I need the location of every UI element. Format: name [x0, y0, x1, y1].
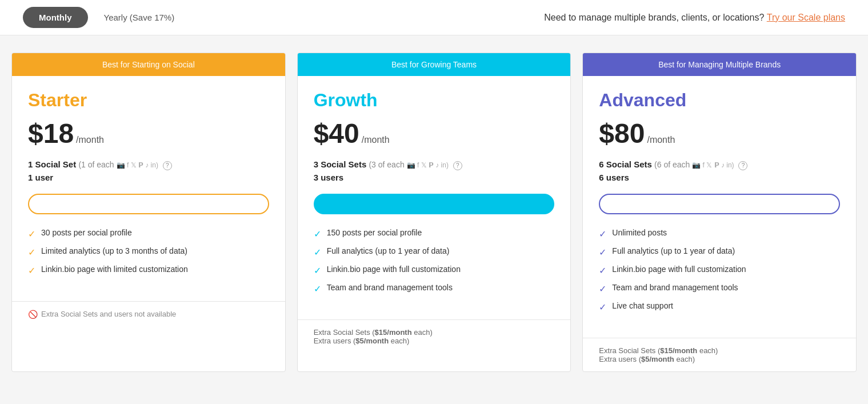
feature-text: Linkin.bio page with limited customizati…	[41, 265, 188, 274]
no-extra-notice: 🚫 Extra Social Sets and users not availa…	[28, 310, 269, 319]
feature-item: ✓ Team and brand management tools	[599, 283, 840, 294]
feature-item: ✓ Full analytics (up to 1 year of data)	[599, 246, 840, 258]
header: Monthly Yearly (Save 17%) Need to manage…	[0, 0, 868, 35]
feature-text: Team and brand management tools	[327, 283, 453, 292]
features-list: ✓ Unlimited posts ✓ Full analytics (up t…	[599, 228, 840, 313]
feature-text: 30 posts per social profile	[41, 228, 132, 237]
feature-text: Limited analytics (up to 3 months of dat…	[41, 246, 187, 255]
check-icon: ✓	[28, 247, 35, 258]
plan-cta-button[interactable]	[314, 194, 555, 214]
block-icon: 🚫	[28, 310, 38, 319]
check-icon: ✓	[314, 265, 321, 276]
feature-text: Full analytics (up to 1 year of data)	[612, 246, 735, 255]
price-amount: $80	[599, 118, 645, 149]
feature-text: Linkin.bio page with full customization	[327, 265, 461, 274]
check-icon: ✓	[314, 247, 321, 258]
plan-price: $40 /month	[314, 118, 555, 149]
feature-item: ✓ 150 posts per social profile	[314, 228, 555, 239]
sets-label: 1 Social Set	[28, 159, 76, 169]
price-period: /month	[647, 135, 675, 145]
feature-item: ✓ Linkin.bio page with full customizatio…	[599, 265, 840, 276]
feature-text: Live chat support	[612, 301, 673, 310]
price-period: /month	[76, 135, 104, 145]
plan-banner: Best for Growing Teams	[298, 53, 571, 76]
social-icons: 📷 f 𝕏 𝗣 ♪ in)	[117, 161, 158, 169]
social-icons: 📷 f 𝕏 𝗣 ♪ in)	[407, 161, 449, 169]
footer-line: Extra Social Sets ($15/month each)	[314, 328, 555, 337]
plan-price: $18 /month	[28, 118, 269, 149]
plan-sets: 3 Social Sets (3 of each 📷 f 𝕏 𝗣 ♪ in) ?	[314, 159, 555, 170]
plan-banner: Best for Starting on Social	[12, 53, 285, 76]
social-icons: 📷 f 𝕏 𝗣 ♪ in)	[692, 161, 734, 169]
plan-banner: Best for Managing Multiple Brands	[583, 53, 856, 76]
feature-item: ✓ Full analytics (up to 1 year of data)	[314, 246, 555, 258]
feature-text: Full analytics (up to 1 year of data)	[327, 246, 450, 255]
plan-card-advanced: Best for Managing Multiple Brands Advanc…	[582, 53, 857, 372]
help-icon[interactable]: ?	[738, 161, 747, 170]
plans-container: Best for Starting on Social Starter $18 …	[0, 35, 868, 389]
feature-item: ✓ Live chat support	[599, 301, 840, 313]
feature-text: Unlimited posts	[612, 228, 667, 237]
feature-item: ✓ Linkin.bio page with full customizatio…	[314, 265, 555, 276]
header-cta: Need to manage multiple brands, clients,…	[544, 13, 845, 23]
plan-users: 3 users	[314, 173, 555, 182]
help-icon[interactable]: ?	[453, 161, 462, 170]
plan-cta-button[interactable]	[599, 194, 840, 214]
billing-toggle: Monthly Yearly (Save 17%)	[23, 7, 186, 28]
sets-detail: (1 of each 📷 f 𝕏 𝗣 ♪ in) ?	[78, 160, 171, 169]
plan-users: 1 user	[28, 173, 269, 182]
check-icon: ✓	[599, 302, 606, 313]
feature-text: Team and brand management tools	[612, 283, 738, 292]
features-list: ✓ 150 posts per social profile ✓ Full an…	[314, 228, 555, 294]
scale-plans-link[interactable]: Try our Scale plans	[767, 13, 845, 22]
feature-item: ✓ Linkin.bio page with limited customiza…	[28, 265, 269, 276]
plan-footer: 🚫 Extra Social Sets and users not availa…	[12, 301, 285, 327]
feature-item: ✓ Unlimited posts	[599, 228, 840, 239]
plan-card-starter: Best for Starting on Social Starter $18 …	[11, 53, 286, 372]
sets-label: 3 Social Sets	[314, 159, 367, 169]
feature-text: Linkin.bio page with full customization	[612, 265, 746, 274]
sets-detail: (6 of each 📷 f 𝕏 𝗣 ♪ in) ?	[654, 160, 747, 169]
check-icon: ✓	[28, 229, 35, 239]
help-icon[interactable]: ?	[163, 161, 172, 170]
plan-name: Advanced	[599, 90, 840, 111]
plan-footer: Extra Social Sets ($15/month each)Extra …	[583, 338, 856, 371]
plan-body: Starter $18 /month 1 Social Set (1 of ea…	[12, 76, 285, 301]
plan-price: $80 /month	[599, 118, 840, 149]
monthly-toggle[interactable]: Monthly	[23, 7, 88, 28]
features-list: ✓ 30 posts per social profile ✓ Limited …	[28, 228, 269, 276]
check-icon: ✓	[599, 265, 606, 276]
footer-line: Extra Social Sets ($15/month each)	[599, 346, 840, 355]
price-amount: $40	[314, 118, 359, 149]
plan-footer: Extra Social Sets ($15/month each)Extra …	[298, 319, 571, 353]
plan-body: Advanced $80 /month 6 Social Sets (6 of …	[583, 76, 856, 338]
feature-item: ✓ Team and brand management tools	[314, 283, 555, 294]
plan-body: Growth $40 /month 3 Social Sets (3 of ea…	[298, 76, 571, 319]
plan-sets: 6 Social Sets (6 of each 📷 f 𝕏 𝗣 ♪ in) ?	[599, 159, 840, 170]
feature-item: ✓ 30 posts per social profile	[28, 228, 269, 239]
check-icon: ✓	[314, 283, 321, 294]
check-icon: ✓	[314, 229, 321, 239]
plan-name: Starter	[28, 90, 269, 111]
plan-sets: 1 Social Set (1 of each 📷 f 𝕏 𝗣 ♪ in) ?	[28, 159, 269, 170]
feature-text: 150 posts per social profile	[327, 228, 422, 237]
price-amount: $18	[28, 118, 74, 149]
footer-line: Extra users ($5/month each)	[314, 337, 555, 345]
check-icon: ✓	[599, 229, 606, 239]
check-icon: ✓	[599, 283, 606, 294]
check-icon: ✓	[599, 247, 606, 258]
footer-line: Extra users ($5/month each)	[599, 355, 840, 363]
no-extra-text: Extra Social Sets and users not availabl…	[41, 310, 176, 318]
feature-item: ✓ Limited analytics (up to 3 months of d…	[28, 246, 269, 258]
price-period: /month	[362, 135, 390, 145]
check-icon: ✓	[28, 265, 35, 276]
sets-detail: (3 of each 📷 f 𝕏 𝗣 ♪ in) ?	[369, 160, 462, 169]
yearly-toggle[interactable]: Yearly (Save 17%)	[93, 7, 186, 28]
plan-name: Growth	[314, 90, 555, 111]
plan-users: 6 users	[599, 173, 840, 182]
plan-cta-button[interactable]	[28, 194, 269, 214]
sets-label: 6 Social Sets	[599, 159, 652, 169]
plan-card-growth: Best for Growing Teams Growth $40 /month…	[297, 53, 571, 372]
